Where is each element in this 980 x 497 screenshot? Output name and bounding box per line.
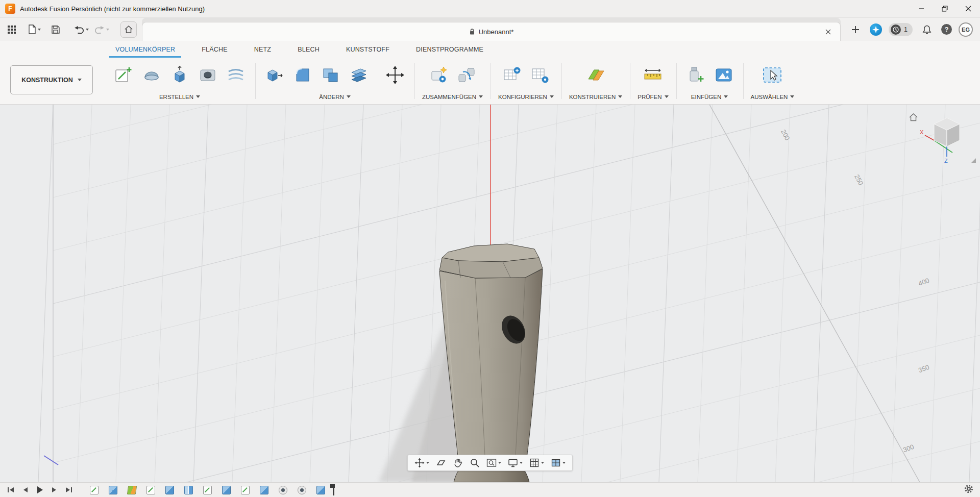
app-grid-button[interactable] (4, 21, 19, 38)
pruefen-dropdown[interactable]: PRÜFEN (638, 92, 668, 101)
user-avatar[interactable]: EG (959, 22, 973, 37)
new-document-button[interactable] (848, 21, 863, 38)
minimize-button[interactable] (910, 0, 933, 17)
erstellen-dropdown[interactable]: ERSTELLEN (159, 92, 200, 101)
display-settings-button[interactable] (506, 457, 524, 468)
skip-to-end-button[interactable] (65, 486, 72, 493)
revolve-button[interactable] (140, 62, 163, 88)
konstruktion-dropdown[interactable]: KONSTRUKTION (10, 65, 93, 94)
chevron-down-icon (86, 29, 89, 31)
einfuegen-dropdown[interactable]: EINFÜGEN (691, 92, 728, 101)
group-label: ERSTELLEN (159, 94, 193, 100)
timeline-feature-sketch[interactable] (90, 486, 99, 494)
create-sketch-button[interactable] (112, 62, 135, 88)
timeline-feature-sketch[interactable] (241, 486, 250, 494)
tab-flaeche[interactable]: FLÄCHE (188, 41, 241, 58)
configuration-table-button[interactable] (528, 62, 552, 88)
press-pull-button[interactable] (263, 62, 286, 88)
tab-netz[interactable]: NETZ (241, 41, 284, 58)
tab-blech[interactable]: BLECH (284, 41, 333, 58)
notifications-button[interactable] (919, 21, 935, 38)
tab-close-button[interactable] (823, 27, 833, 37)
select-button[interactable] (761, 62, 784, 88)
bell-icon (922, 24, 932, 35)
zusammenfuegen-dropdown[interactable]: ZUSAMMENFÜGEN (422, 92, 483, 101)
timeline-feature-extrude[interactable] (165, 486, 174, 494)
hole-button[interactable] (196, 62, 219, 88)
help-glyph: ? (945, 26, 949, 33)
skip-to-start-button[interactable] (7, 486, 15, 493)
extrude-icon (169, 65, 190, 85)
grid-settings-button[interactable] (528, 457, 546, 468)
fillet-button[interactable] (291, 62, 314, 88)
combine-button[interactable] (319, 62, 342, 88)
move-icon (385, 65, 405, 85)
avatar-initials: EG (962, 27, 970, 33)
timeline-feature-sketch[interactable] (203, 486, 212, 494)
tab-label: VOLUMENKÖRPER (115, 46, 175, 53)
extensions-button[interactable] (870, 23, 882, 36)
timeline-position-marker[interactable] (330, 483, 337, 496)
x-axis-indicator (925, 135, 934, 140)
konstruktion-label: KONSTRUKTION (21, 77, 73, 84)
timeline-feature-extrude[interactable] (222, 486, 231, 494)
measure-button[interactable] (641, 62, 665, 88)
file-menu-button[interactable] (27, 21, 42, 38)
viewcube-menu-button[interactable] (971, 158, 976, 163)
timeline-feature-extrude[interactable] (109, 486, 117, 494)
pan-orbit-button[interactable] (413, 457, 431, 468)
timeline-feature-plane[interactable] (127, 486, 137, 494)
configuration-grid-icon (530, 65, 550, 85)
timeline-settings-button[interactable] (964, 484, 974, 496)
chevron-down-icon (78, 79, 82, 81)
konfigurieren-dropdown[interactable]: KONFIGURIEREN (498, 92, 554, 101)
new-component-button[interactable] (427, 62, 450, 88)
tab-dienstprogramme[interactable]: DIENSTPROGRAMME (403, 41, 497, 58)
timeline-feature-mirror[interactable] (184, 486, 193, 494)
timeline-feature-sketch[interactable] (146, 486, 155, 494)
chevron-down-icon (541, 462, 544, 464)
timeline-feature-hole[interactable] (279, 486, 287, 494)
construction-plane-button[interactable] (584, 62, 607, 88)
monitor-icon (508, 458, 518, 468)
document-tab[interactable]: Unbenannt* (142, 22, 841, 41)
joint-button[interactable] (455, 62, 478, 88)
timeline-feature-extrude[interactable] (316, 486, 325, 494)
viewport: 200 250 400 350 300 X Z (0, 105, 980, 482)
close-button[interactable] (957, 0, 980, 17)
pan-hand-button[interactable] (451, 457, 464, 468)
extrude-button[interactable] (168, 62, 191, 88)
help-button[interactable]: ? (941, 24, 952, 35)
ribbon-group-einfuegen: EINFÜGEN (676, 58, 743, 104)
tab-kunststoff[interactable]: KUNSTSTOFF (333, 41, 403, 58)
viewport-canvas[interactable] (0, 105, 980, 482)
timeline-feature-hole[interactable] (298, 486, 306, 494)
step-forward-button[interactable] (51, 486, 57, 493)
ribbon-group-konstruieren: KONSTRUIEREN (561, 58, 630, 104)
save-button[interactable] (48, 21, 63, 38)
move-button[interactable] (383, 62, 407, 88)
timeline-feature-extrude[interactable] (260, 486, 268, 494)
restore-button[interactable] (933, 0, 957, 17)
viewcube-home-button[interactable] (909, 113, 918, 124)
konstruieren-dropdown[interactable]: KONSTRUIEREN (569, 92, 622, 101)
redo-button[interactable] (94, 21, 109, 38)
loft-button[interactable] (224, 62, 248, 88)
fit-button[interactable] (485, 457, 503, 468)
insert-part-button[interactable] (684, 62, 707, 88)
aendern-dropdown[interactable]: ÄNDERN (319, 92, 351, 101)
home-button[interactable] (120, 21, 137, 38)
viewports-button[interactable] (549, 457, 567, 468)
configuration-button[interactable] (500, 62, 524, 88)
step-back-button[interactable] (22, 486, 29, 493)
viewcube[interactable]: X Z (919, 109, 972, 167)
look-at-button[interactable] (434, 457, 448, 468)
auswaehlen-dropdown[interactable]: AUSWÄHLEN (751, 92, 795, 101)
undo-button[interactable] (74, 21, 89, 38)
zoom-button[interactable] (468, 457, 481, 468)
offset-faces-button[interactable] (347, 62, 371, 88)
canvas-image-button[interactable] (712, 62, 736, 88)
job-status-button[interactable]: 1 (889, 23, 913, 36)
tab-volumenkoerper[interactable]: VOLUMENKÖRPER (102, 41, 188, 58)
play-button[interactable] (36, 486, 43, 494)
